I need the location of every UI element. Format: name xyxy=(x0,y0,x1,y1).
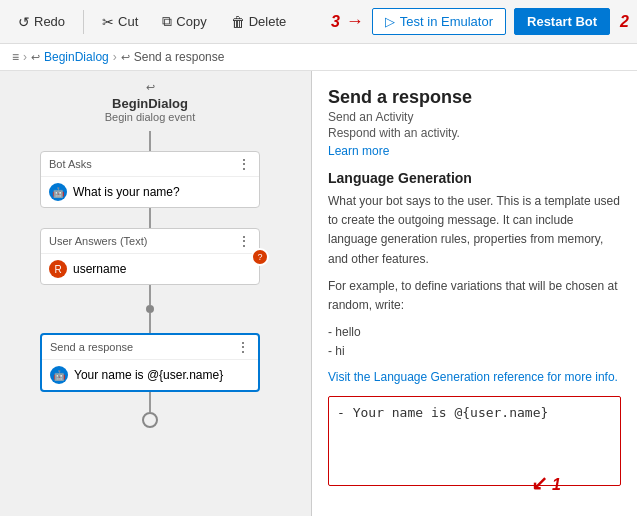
connector-1 xyxy=(149,131,151,151)
user-answers-side-icon: ? xyxy=(251,248,269,266)
cut-icon: ✂ xyxy=(102,14,114,30)
learn-more-link[interactable]: Learn more xyxy=(328,144,621,158)
cut-button[interactable]: ✂ Cut xyxy=(92,10,148,34)
user-answers-node[interactable]: User Answers (Text) ⋮ R username ? xyxy=(40,228,260,285)
panel-subtitle: Send an Activity xyxy=(328,110,621,124)
breadcrumb-begin-dialog[interactable]: BeginDialog xyxy=(44,50,109,64)
lg-section-body-1: What your bot says to the user. This is … xyxy=(328,192,621,269)
delete-icon: 🗑 xyxy=(231,14,245,30)
breadcrumb: ≡ › ↩ BeginDialog › ↩ Send a response xyxy=(0,44,637,71)
bot-asks-icon: 🤖 xyxy=(49,183,67,201)
begin-dialog-node: ↩ BeginDialog Begin dialog event xyxy=(30,81,270,123)
connector-2 xyxy=(149,208,151,228)
flow-container: ↩ BeginDialog Begin dialog event Bot Ask… xyxy=(30,81,270,428)
send-response-icon: 🤖 xyxy=(50,366,68,384)
right-panel: Send a response Send an Activity Respond… xyxy=(312,71,637,516)
begin-dialog-title: BeginDialog xyxy=(30,96,270,111)
send-response-body: 🤖 Your name is @{user.name} xyxy=(42,360,258,390)
user-answers-menu[interactable]: ⋮ xyxy=(237,233,251,249)
main-layout: ↩ BeginDialog Begin dialog event Bot Ask… xyxy=(0,71,637,516)
connector-3 xyxy=(149,285,151,305)
flow-canvas[interactable]: ↩ BeginDialog Begin dialog event Bot Ask… xyxy=(0,71,312,516)
begin-dialog-sub: Begin dialog event xyxy=(30,111,270,123)
lg-textarea[interactable]: - Your name is @{user.name} xyxy=(328,396,621,486)
test-emulator-button[interactable]: ▷ Test in Emulator xyxy=(372,8,506,35)
redo-icon: ↺ xyxy=(18,14,30,30)
breadcrumb-sep-2: › xyxy=(113,50,117,64)
annotation-2: 2 xyxy=(620,13,629,31)
user-answers-text: username xyxy=(73,262,126,276)
connector-5 xyxy=(149,392,151,412)
breadcrumb-sep-1: › xyxy=(23,50,27,64)
bot-asks-body: 🤖 What is your name? xyxy=(41,177,259,207)
lg-reference-link[interactable]: Visit the Language Generation reference … xyxy=(328,370,621,384)
connector-4 xyxy=(149,313,151,333)
user-answers-body: R username xyxy=(41,254,259,284)
toolbar-divider-1 xyxy=(83,10,84,34)
end-connector xyxy=(142,412,158,428)
bot-asks-node[interactable]: Bot Asks ⋮ 🤖 What is your name? xyxy=(40,151,260,208)
send-response-node[interactable]: Send a response ⋮ 🤖 Your name is @{user.… xyxy=(40,333,260,392)
annotation-3: 3 xyxy=(331,13,340,31)
lg-section-body-2: For example, to define variations that w… xyxy=(328,277,621,315)
bot-asks-menu[interactable]: ⋮ xyxy=(237,156,251,172)
user-answers-label: User Answers (Text) xyxy=(49,235,147,247)
bot-asks-header: Bot Asks ⋮ xyxy=(41,152,259,177)
breadcrumb-current: Send a response xyxy=(134,50,225,64)
test-emulator-icon: ▷ xyxy=(385,14,395,29)
send-response-header: Send a response ⋮ xyxy=(42,335,258,360)
connector-dot-1 xyxy=(146,305,154,313)
user-answers-header: User Answers (Text) ⋮ xyxy=(41,229,259,254)
delete-button[interactable]: 🗑 Delete xyxy=(221,10,297,34)
send-response-text: Your name is @{user.name} xyxy=(74,368,223,382)
lg-value: - Your name is @{user.name} xyxy=(337,405,548,420)
send-response-label: Send a response xyxy=(50,341,133,353)
restart-bot-button[interactable]: Restart Bot xyxy=(514,8,610,35)
lg-section-example: - hello - hi xyxy=(328,323,621,361)
bot-asks-label: Bot Asks xyxy=(49,158,92,170)
toolbar-right: 3 → ▷ Test in Emulator Restart Bot 2 xyxy=(331,8,629,35)
user-answers-icon: R xyxy=(49,260,67,278)
toolbar: ↺ Redo ✂ Cut ⧉ Copy 🗑 Delete 3 → ▷ Test … xyxy=(0,0,637,44)
arrow-right-icon-3: → xyxy=(346,11,364,32)
copy-button[interactable]: ⧉ Copy xyxy=(152,9,216,34)
breadcrumb-arrow-icon: ↩ xyxy=(121,51,130,64)
redo-button[interactable]: ↺ Redo xyxy=(8,10,75,34)
copy-icon: ⧉ xyxy=(162,13,172,30)
panel-description: Respond with an activity. xyxy=(328,126,621,140)
bot-asks-text: What is your name? xyxy=(73,185,180,199)
breadcrumb-begin-icon: ↩ xyxy=(31,51,40,64)
lg-section-title: Language Generation xyxy=(328,170,621,186)
breadcrumb-home: ≡ xyxy=(12,50,19,64)
send-response-menu[interactable]: ⋮ xyxy=(236,339,250,355)
panel-title: Send a response xyxy=(328,87,621,108)
lg-textarea-container: - Your name is @{user.name} ↙ 1 xyxy=(328,396,621,486)
